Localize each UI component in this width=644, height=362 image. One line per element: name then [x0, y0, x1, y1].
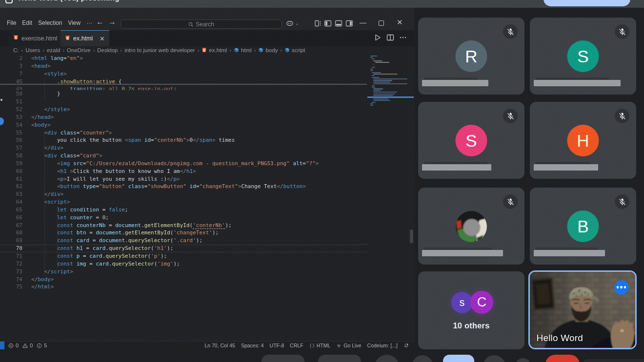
status-spaces-4[interactable]: Spaces: 4	[241, 343, 264, 348]
code-line-72[interactable]: 72 const img = card.querySelector('img')…	[0, 260, 367, 267]
code-line-69[interactable]: 69 const card = document.querySelector('…	[0, 237, 367, 245]
participant-tile[interactable]: R	[418, 18, 524, 95]
status-crlf[interactable]: CRLF	[290, 343, 303, 348]
code-line-7[interactable]: 7 <style>	[0, 70, 367, 78]
code-line-2[interactable]: 2<html lang="en">	[0, 55, 367, 62]
code-line-70[interactable]: 70 const h1 = card.querySelector('h1');	[0, 245, 367, 252]
tab-ex-html[interactable]: ex.html✕	[60, 30, 109, 46]
breadcrumb[interactable]: C:›Users›ezald›OneDrive›Desktop›intro to…	[13, 46, 403, 54]
menu-view[interactable]: View	[65, 18, 83, 28]
search-placeholder: Search	[196, 21, 214, 28]
code-line-66[interactable]: 66 let counter = 0;	[0, 213, 367, 221]
nav-back-button[interactable]: ←	[96, 18, 104, 26]
code-line-3[interactable]: 3<head>	[0, 62, 367, 70]
remote-indicator[interactable]	[0, 342, 4, 349]
breadcrumb-item[interactable]: OneDrive	[67, 47, 91, 53]
code-token: >	[60, 191, 64, 197]
code-text: <p>I will let you see my skills :)</p>	[31, 176, 180, 182]
captions-button[interactable]	[375, 355, 399, 362]
window-minimize-button[interactable]: —	[360, 19, 366, 26]
stop-presenting-button[interactable]: Stop presenting	[543, 0, 630, 6]
status-ln-70-col-45[interactable]: Ln 70, Col 45	[204, 343, 235, 348]
code-editor[interactable]: 2<html lang="en">3<head>7 <style>45 .sho…	[0, 54, 415, 341]
tile-options-button[interactable]	[614, 280, 629, 295]
code-line-56[interactable]: 56 you click the button <span id="conter…	[0, 136, 367, 144]
menu-[interactable]: ···	[83, 18, 95, 28]
customize-layout-icon[interactable]	[314, 19, 322, 27]
code-line-54[interactable]: 54<body>	[0, 121, 367, 129]
code-line-63[interactable]: 63 </div>	[0, 191, 367, 198]
more-actions-icon[interactable]	[399, 34, 407, 41]
code-line-65[interactable]: 65 let condition = false;	[0, 206, 367, 214]
minimap[interactable]	[368, 55, 409, 106]
code-line-55[interactable]: 55 <div class="counter">	[0, 129, 367, 136]
nav-forward-button[interactable]: →	[108, 18, 116, 26]
status-codeium[interactable]: Codeium: [...]	[367, 343, 398, 348]
window-maximize-button[interactable]	[379, 20, 384, 26]
participant-tile[interactable]: H	[530, 102, 636, 179]
editor-scrollbar[interactable]	[410, 229, 413, 243]
run-button[interactable]	[374, 34, 382, 41]
present-button[interactable]	[443, 355, 474, 362]
leave-call-button[interactable]	[545, 355, 580, 362]
participant-tile[interactable]: B	[530, 188, 636, 265]
window-close-button[interactable]: ✕	[397, 18, 403, 27]
menu-file[interactable]: File	[4, 18, 19, 28]
menu-edit[interactable]: Edit	[19, 18, 35, 28]
code-line-61[interactable]: 61 <p>I will let you see my skills :)</p…	[0, 175, 367, 183]
code-token	[31, 176, 57, 182]
close-tab-icon[interactable]: ✕	[100, 35, 105, 42]
microphone-button[interactable]	[262, 355, 304, 362]
code-line-68[interactable]: 68 const btn = document.getElementById('…	[0, 229, 367, 237]
problems-status[interactable]: 0 0 5	[8, 342, 47, 349]
chevron-down-icon[interactable]: ⌄	[295, 21, 299, 26]
breadcrumb-item[interactable]: script	[292, 47, 305, 53]
breadcrumb-item[interactable]: intro to junior web developer	[124, 47, 195, 53]
participant-tile[interactable]	[418, 188, 524, 265]
code-line-52[interactable]: 52 </style>	[0, 106, 367, 114]
code-line-53[interactable]: 53</head>	[0, 113, 367, 121]
breadcrumb-item[interactable]: ex.html	[209, 47, 227, 53]
copilot-icon[interactable]	[286, 19, 294, 27]
code-line-49[interactable]: 49 transition: all 0.2s ease-in-out;	[0, 85, 367, 90]
breadcrumb-item[interactable]: C:	[13, 47, 19, 53]
breadcrumb-item[interactable]: Users	[25, 47, 40, 53]
participant-tile[interactable]: S	[530, 18, 636, 95]
code-lines[interactable]: 2<html lang="en">3<head>7 <style>45 .sho…	[0, 55, 367, 291]
search-input[interactable]: Search	[121, 19, 282, 29]
code-line-59[interactable]: 59 <img src="C:/Users/ezald/Downloads/pn…	[0, 159, 367, 167]
code-line-50[interactable]: 50 }	[0, 90, 367, 98]
split-editor-icon[interactable]	[386, 34, 394, 41]
code-line-60[interactable]: 60 <h1 >Click the button to know who I a…	[0, 167, 367, 175]
breadcrumb-item[interactable]: ezald	[47, 47, 60, 53]
breadcrumb-item[interactable]: body	[265, 47, 278, 53]
self-video-tile[interactable]: Hello Word	[528, 270, 637, 349]
breadcrumb-item[interactable]: html	[241, 47, 252, 53]
code-line-51[interactable]: 51	[0, 98, 367, 106]
toggle-panel-icon[interactable]	[335, 19, 342, 27]
code-line-57[interactable]: 57 </div>	[0, 144, 367, 152]
code-line-73[interactable]: 73 </script>	[0, 267, 367, 275]
toggle-secondary-sidebar-icon[interactable]	[345, 19, 353, 27]
code-line-71[interactable]: 71 const p = card.querySelector('p');	[0, 252, 367, 260]
code-token: "?"	[306, 160, 316, 167]
status-html[interactable]: HTML	[309, 343, 331, 348]
breadcrumb-item[interactable]: Desktop	[97, 47, 118, 53]
name-redaction-bar	[422, 80, 488, 86]
code-line-62[interactable]: 62 <button type="button" class="showButt…	[0, 183, 367, 191]
code-line-58[interactable]: 58 <div class="card">	[0, 152, 367, 160]
participant-tile[interactable]: S	[418, 102, 524, 179]
notifications-bell-icon[interactable]	[403, 343, 409, 348]
menu-selection[interactable]: Selection	[35, 18, 65, 28]
toggle-sidebar-icon[interactable]	[324, 19, 332, 27]
status-go-live[interactable]: Go Live	[336, 343, 361, 348]
code-line-64[interactable]: 64 <script>	[0, 198, 367, 206]
others-tile[interactable]: sC10 others	[418, 271, 524, 349]
code-text: <button type="button" class="showButton"…	[31, 183, 306, 190]
tab-exercise-html[interactable]: exercise.html	[9, 30, 60, 46]
code-line-75[interactable]: 75</html>	[0, 283, 367, 291]
camera-button[interactable]	[318, 355, 361, 362]
code-line-67[interactable]: 67 const counterNb = document.getElement…	[0, 221, 367, 229]
code-line-74[interactable]: 74</body>	[0, 275, 367, 283]
status-utf-8[interactable]: UTF-8	[270, 343, 284, 348]
